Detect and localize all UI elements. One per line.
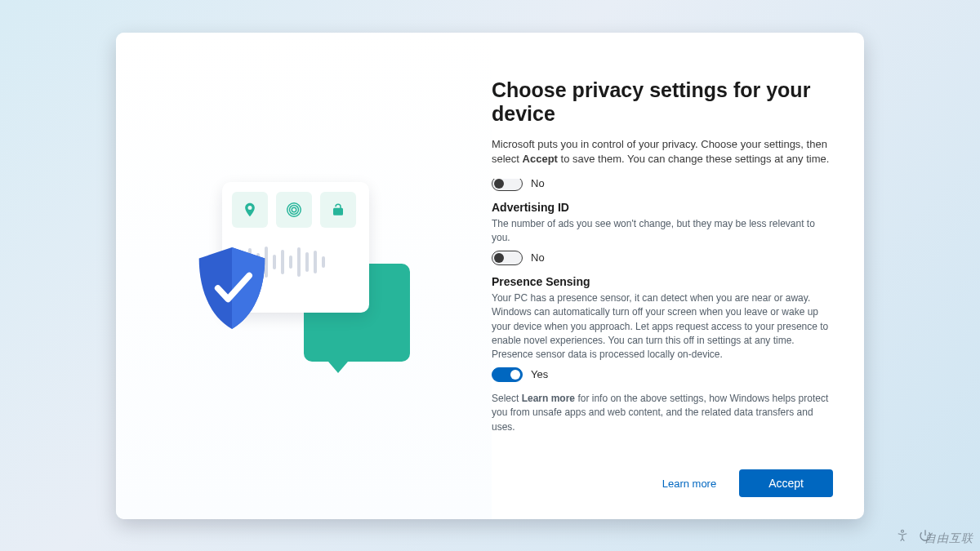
svg-point-3 [902, 530, 904, 532]
option-advertising-desc: The number of ads you see won't change, … [492, 217, 833, 246]
options-scroll-area[interactable]: may be less relevant to you. No Advertis… [492, 179, 833, 454]
footer-actions: Learn more Accept [492, 455, 833, 501]
option-presence-title: Presence Sensing [492, 275, 833, 288]
toggle-presence-label: Yes [531, 368, 548, 380]
oobe-privacy-window: Choose privacy settings for your device … [116, 33, 864, 519]
accept-button[interactable]: Accept [739, 469, 833, 497]
learn-more-button[interactable]: Learn more [651, 469, 728, 498]
unlock-icon [320, 192, 356, 228]
privacy-illustration [198, 182, 410, 370]
toggle-advertising-label: No [531, 251, 545, 264]
svg-point-1 [290, 205, 299, 214]
toggle-previous-label: No [531, 179, 545, 189]
illustration-pane [116, 33, 492, 519]
option-presence-sensing: Presence Sensing Your PC has a presence … [492, 275, 833, 382]
option-presence-desc: Your PC has a presence sensor, it can de… [492, 291, 833, 362]
intro-text: Microsoft puts you in control of your pr… [492, 137, 833, 168]
page-title: Choose privacy settings for your device [492, 78, 833, 126]
toggle-previous[interactable] [492, 179, 523, 191]
toggle-advertising[interactable] [492, 251, 523, 265]
svg-point-2 [292, 207, 296, 212]
option-advertising-id: Advertising ID The number of ads you see… [492, 201, 833, 265]
location-pin-icon [232, 192, 268, 228]
option-advertising-title: Advertising ID [492, 201, 833, 214]
content-pane: Choose privacy settings for your device … [492, 33, 864, 519]
learn-more-note: Select Learn more for info on the above … [492, 392, 833, 434]
watermark-text: 自由互联 [924, 531, 973, 546]
option-previous-partial: may be less relevant to you. No [492, 179, 833, 191]
accessibility-icon[interactable] [895, 528, 910, 546]
fingerprint-icon [276, 192, 312, 228]
shield-check-icon [193, 244, 271, 332]
toggle-presence[interactable] [492, 367, 523, 382]
